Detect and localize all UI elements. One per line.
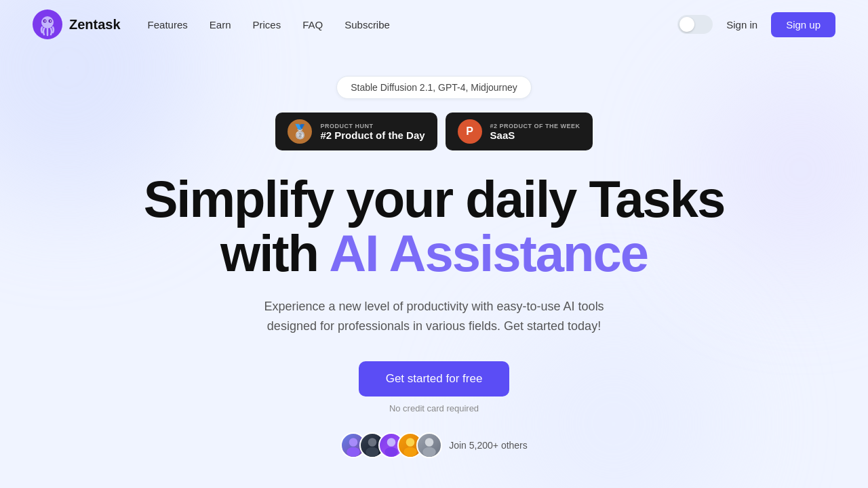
nav-subscribe[interactable]: Subscribe: [344, 19, 390, 30]
brand-logo[interactable]: Zentask: [33, 9, 121, 39]
hero-section: Stable Diffusion 2.1, GPT-4, Midjourney …: [0, 49, 868, 458]
ph-badge-week-label: #2 PRODUCT OF THE WEEK: [490, 123, 580, 129]
svg-point-11: [384, 447, 398, 457]
ph-badge-week-value: SaaS: [490, 129, 580, 141]
svg-point-6: [349, 438, 358, 447]
svg-point-5: [50, 20, 52, 22]
ph-badge-day-value: #2 Product of the Day: [320, 129, 425, 141]
brand-name: Zentask: [69, 17, 121, 33]
nav-features[interactable]: Features: [148, 19, 188, 30]
signup-button[interactable]: Sign up: [771, 12, 835, 37]
svg-point-8: [368, 438, 377, 447]
navbar: Zentask Features Earn Prices FAQ Subscri…: [0, 0, 868, 49]
svg-point-14: [425, 438, 434, 447]
svg-point-15: [422, 447, 436, 457]
social-proof-row: Join 5,200+ others: [340, 432, 528, 458]
hero-heading-ai: AI Assistance: [329, 224, 648, 282]
avatars-stack: [340, 432, 442, 458]
ph-badges: 🥈 PRODUCT HUNT #2 Product of the Day P #…: [275, 113, 592, 150]
cta-button[interactable]: Get started for free: [359, 361, 510, 396]
join-text: Join 5,200+ others: [449, 440, 528, 451]
logo-icon: [33, 9, 62, 39]
producthunt-icon: P: [458, 119, 482, 144]
svg-point-1: [41, 16, 54, 28]
nav-earn[interactable]: Earn: [210, 19, 231, 30]
svg-point-4: [45, 20, 46, 22]
hero-heading-part2: with: [220, 224, 329, 282]
nav-prices[interactable]: Prices: [252, 19, 281, 30]
svg-point-12: [406, 438, 415, 447]
ph-badge-week: P #2 PRODUCT OF THE WEEK SaaS: [446, 113, 593, 150]
signin-link[interactable]: Sign in: [726, 19, 757, 30]
cta-note: No credit card required: [389, 403, 479, 413]
theme-toggle-button[interactable]: [677, 15, 713, 34]
hero-heading: Simplify your daily Tasks with AI Assist…: [144, 172, 725, 281]
hero-badge: Stable Diffusion 2.1, GPT-4, Midjourney: [336, 76, 532, 99]
nav-right: Sign in Sign up: [677, 12, 835, 37]
svg-point-10: [387, 438, 396, 447]
svg-point-13: [403, 447, 417, 457]
ph-badge-day: 🥈 PRODUCT HUNT #2 Product of the Day: [275, 113, 437, 150]
avatar-5: [416, 432, 442, 458]
nav-faq[interactable]: FAQ: [302, 19, 323, 30]
medal-icon: 🥈: [288, 119, 312, 144]
nav-links: Features Earn Prices FAQ Subscribe: [148, 19, 678, 30]
hero-heading-part1: Simplify your daily Tasks: [144, 170, 725, 228]
hero-subtitle: Experience a new level of productivity w…: [244, 297, 624, 337]
svg-point-7: [347, 447, 360, 457]
svg-point-9: [366, 447, 379, 457]
ph-badge-day-label: PRODUCT HUNT: [320, 123, 425, 129]
avatar-5-image: [418, 432, 441, 458]
